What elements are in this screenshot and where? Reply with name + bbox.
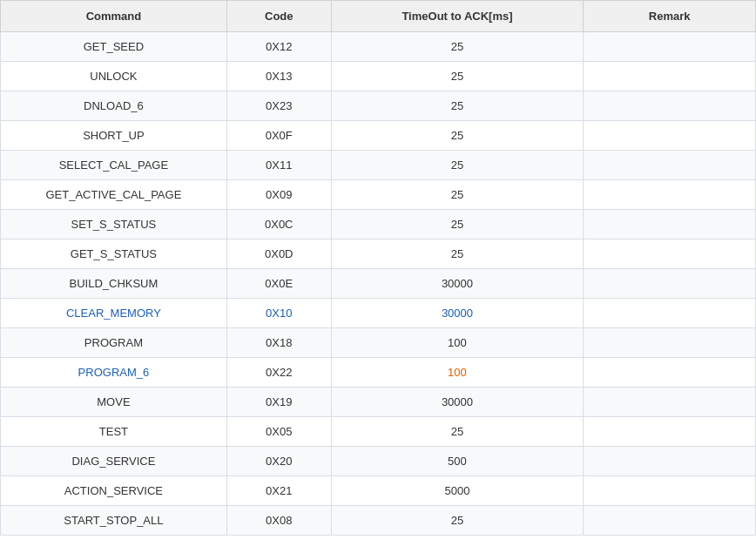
timeout-cell: 100 <box>331 358 584 388</box>
timeout-cell: 25 <box>331 506 584 536</box>
timeout-cell: 5000 <box>331 476 584 506</box>
command-cell: GET_ACTIVE_CAL_PAGE <box>1 180 227 210</box>
timeout-cell: 30000 <box>331 388 584 417</box>
command-cell: TEST <box>1 417 227 447</box>
timeout-cell: 500 <box>331 447 584 476</box>
table-row: GET_SEED0X1225 <box>1 32 756 62</box>
timeout-cell: 25 <box>331 180 584 210</box>
table-row: CLEAR_MEMORY0X1030000 <box>1 299 756 328</box>
code-cell: 0X21 <box>226 476 331 506</box>
code-cell: 0X23 <box>226 91 331 121</box>
code-cell: 0X0C <box>226 210 331 239</box>
remark-cell <box>584 91 756 121</box>
code-cell: 0X12 <box>226 32 331 62</box>
remark-cell <box>584 447 756 476</box>
code-cell: 0X20 <box>226 447 331 476</box>
table-row: PROGRAM_60X22100 <box>1 358 756 388</box>
remark-cell <box>584 121 756 151</box>
timeout-cell: 100 <box>331 328 584 358</box>
column-header-timeout-to-ack-ms-: TimeOut to ACK[ms] <box>331 1 584 32</box>
remark-cell <box>584 210 756 239</box>
timeout-cell: 25 <box>331 151 584 180</box>
command-cell: PROGRAM <box>1 328 227 358</box>
remark-cell <box>584 180 756 210</box>
code-cell: 0X08 <box>226 506 331 536</box>
timeout-cell: 25 <box>331 417 584 447</box>
command-cell: PROGRAM_6 <box>1 358 227 388</box>
remark-cell <box>584 476 756 506</box>
remark-cell <box>584 506 756 536</box>
command-cell: GET_SEED <box>1 32 227 62</box>
table-header-row: CommandCodeTimeOut to ACK[ms]Remark <box>1 1 756 32</box>
remark-cell <box>584 239 756 269</box>
timeout-cell: 25 <box>331 32 584 62</box>
command-cell: UNLOCK <box>1 62 227 91</box>
timeout-cell: 25 <box>331 62 584 91</box>
timeout-cell: 25 <box>331 210 584 239</box>
remark-cell <box>584 151 756 180</box>
command-cell: MOVE <box>1 388 227 417</box>
table-row: START_STOP_ALL0X0825 <box>1 506 756 536</box>
command-cell: SHORT_UP <box>1 121 227 151</box>
code-cell: 0X19 <box>226 388 331 417</box>
remark-cell <box>584 358 756 388</box>
table-row: TEST0X0525 <box>1 417 756 447</box>
timeout-cell: 25 <box>331 121 584 151</box>
table-row: DIAG_SERVICE0X20500 <box>1 447 756 476</box>
code-cell: 0X09 <box>226 180 331 210</box>
code-cell: 0X0F <box>226 121 331 151</box>
code-cell: 0X0E <box>226 269 331 299</box>
code-cell: 0X0D <box>226 239 331 269</box>
table-row: BUILD_CHKSUM0X0E30000 <box>1 269 756 299</box>
remark-cell <box>584 62 756 91</box>
command-cell: DIAG_SERVICE <box>1 447 227 476</box>
remark-cell <box>584 299 756 328</box>
remark-cell <box>584 328 756 358</box>
commands-table: CommandCodeTimeOut to ACK[ms]Remark GET_… <box>0 0 756 536</box>
code-cell: 0X10 <box>226 299 331 328</box>
timeout-cell: 30000 <box>331 269 584 299</box>
table-row: GET_S_STATUS0X0D25 <box>1 239 756 269</box>
column-header-command: Command <box>1 1 227 32</box>
remark-cell <box>584 417 756 447</box>
command-cell: ACTION_SERVICE <box>1 476 227 506</box>
table-row: MOVE0X1930000 <box>1 388 756 417</box>
remark-cell <box>584 388 756 417</box>
remark-cell <box>584 269 756 299</box>
table-row: SELECT_CAL_PAGE0X1125 <box>1 151 756 180</box>
table-row: ACTION_SERVICE0X215000 <box>1 476 756 506</box>
table-row: SHORT_UP0X0F25 <box>1 121 756 151</box>
table-row: DNLOAD_60X2325 <box>1 91 756 121</box>
table-row: UNLOCK0X1325 <box>1 62 756 91</box>
table-row: GET_ACTIVE_CAL_PAGE0X0925 <box>1 180 756 210</box>
timeout-cell: 25 <box>331 91 584 121</box>
command-cell: DNLOAD_6 <box>1 91 227 121</box>
command-cell: SELECT_CAL_PAGE <box>1 151 227 180</box>
code-cell: 0X18 <box>226 328 331 358</box>
code-cell: 0X13 <box>226 62 331 91</box>
table-body: GET_SEED0X1225UNLOCK0X1325DNLOAD_60X2325… <box>1 32 756 536</box>
table-row: SET_S_STATUS0X0C25 <box>1 210 756 239</box>
command-cell: BUILD_CHKSUM <box>1 269 227 299</box>
timeout-cell: 25 <box>331 239 584 269</box>
column-header-remark: Remark <box>584 1 756 32</box>
code-cell: 0X11 <box>226 151 331 180</box>
remark-cell <box>584 32 756 62</box>
code-cell: 0X22 <box>226 358 331 388</box>
command-cell: GET_S_STATUS <box>1 239 227 269</box>
timeout-cell: 30000 <box>331 299 584 328</box>
column-header-code: Code <box>226 1 331 32</box>
command-cell: CLEAR_MEMORY <box>1 299 227 328</box>
code-cell: 0X05 <box>226 417 331 447</box>
command-cell: SET_S_STATUS <box>1 210 227 239</box>
command-cell: START_STOP_ALL <box>1 506 227 536</box>
table-row: PROGRAM0X18100 <box>1 328 756 358</box>
